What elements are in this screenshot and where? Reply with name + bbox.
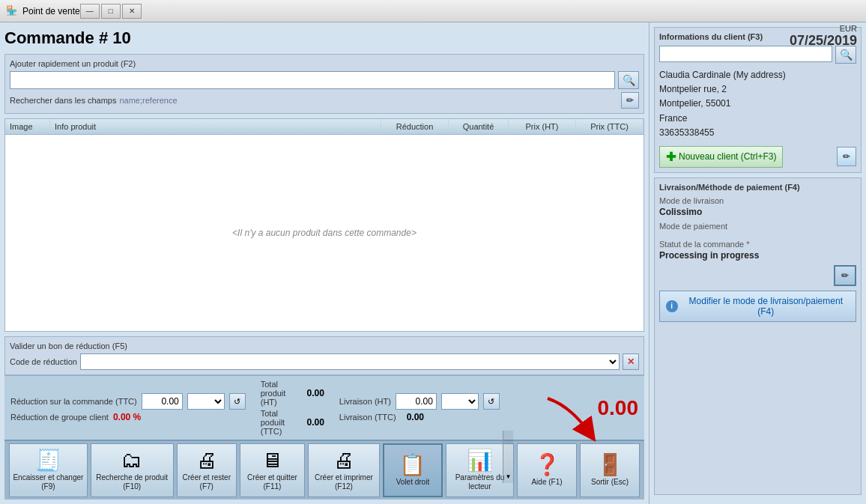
mode-livraison-value: Colissimo bbox=[659, 207, 856, 217]
totals-right: Livraison (HT) ↺ Livraison (TTC) 0.00 bbox=[339, 393, 500, 422]
new-client-label: Nouveau client (Ctrl+F3) bbox=[679, 151, 776, 162]
creer-quitter-icon: 🖥 bbox=[261, 450, 282, 471]
recherche-label: Recherche de produit (F10) bbox=[94, 473, 170, 491]
col-reduction-header: Réduction bbox=[381, 119, 449, 134]
search-hint-label: Rechercher dans les champs bbox=[10, 96, 116, 105]
recherche-icon: 🗂 bbox=[121, 450, 142, 471]
reduction-group-row: Réduction de groupe client 0.00 % bbox=[10, 412, 246, 422]
col-quantite-header: Quantité bbox=[449, 119, 509, 134]
creer-imprimer-button[interactable]: 🖨 Créer et imprimer (F12) bbox=[308, 443, 380, 497]
sortir-button[interactable]: 🚪 Sortir (Esc) bbox=[580, 443, 640, 497]
sortir-icon: 🚪 bbox=[597, 455, 623, 476]
pencil-icon bbox=[626, 95, 634, 106]
totals-left: Réduction sur la commande (TTC) ↺ Réduct… bbox=[10, 393, 246, 422]
creer-rester-label: Créer et rester (F7) bbox=[181, 473, 233, 491]
minimize-button[interactable]: — bbox=[80, 4, 100, 19]
search-hint-value: name;reference bbox=[119, 96, 177, 105]
volet-droit-button[interactable]: 📋 Volet droit bbox=[383, 443, 443, 497]
statut-label: Statut de la commande * bbox=[659, 240, 856, 249]
refresh-livraison-button[interactable]: ↺ bbox=[483, 393, 500, 410]
encaisser-label: Encaisser et changer (F9) bbox=[13, 473, 84, 491]
reduction-row: Réduction sur la commande (TTC) ↺ bbox=[10, 393, 246, 410]
close-button[interactable]: ✕ bbox=[122, 4, 142, 19]
edit-delivery-button[interactable] bbox=[834, 265, 856, 286]
col-prix-ht-header: Prix (HT) bbox=[509, 119, 576, 134]
delivery-section-title: Livraison/Méthode de paiement (F4) bbox=[659, 183, 856, 192]
code-reduction-label: Code de réduction bbox=[10, 357, 77, 366]
volet-droit-label: Volet droit bbox=[396, 478, 429, 487]
aide-icon: ❓ bbox=[534, 455, 560, 476]
creer-imprimer-icon: 🖨 bbox=[333, 450, 354, 471]
encaisser-icon: 🧾 bbox=[35, 450, 61, 471]
modify-delivery-button[interactable]: i Modifier le mode de livraison/paiement… bbox=[659, 291, 856, 322]
code-reduction-select[interactable] bbox=[80, 353, 620, 370]
split-arrow-icon[interactable]: ▼ bbox=[503, 431, 513, 483]
product-search-button[interactable]: 🔍 bbox=[618, 71, 639, 89]
new-client-button[interactable]: ✚ Nouveau client (Ctrl+F3) bbox=[659, 146, 783, 168]
client-phone: 33635338455 bbox=[659, 126, 856, 140]
creer-quitter-label: Créer et quitter (F11) bbox=[243, 473, 301, 491]
product-search-input[interactable] bbox=[10, 71, 615, 89]
modify-delivery-label: Modifier le mode de livraison/paiement (… bbox=[682, 296, 850, 317]
reduction-commande-select[interactable] bbox=[187, 393, 225, 410]
client-info: Claudia Cardinale (My address) Montpelie… bbox=[659, 68, 856, 140]
add-product-section: Ajouter rapidement un produit (F2) 🔍 Rec… bbox=[4, 54, 644, 114]
reduction-group-value: 0.00 % bbox=[113, 412, 141, 422]
encaisser-button[interactable]: 🧾 Encaisser et changer (F9) bbox=[9, 443, 88, 497]
product-table: Image Info produit Réduction Quantité Pr… bbox=[4, 118, 644, 332]
delivery-section: Livraison/Méthode de paiement (F4) Mode … bbox=[654, 177, 862, 495]
col-info-header: Info produit bbox=[50, 119, 381, 134]
pencil-delivery-icon bbox=[841, 270, 849, 281]
aide-button[interactable]: ❓ Aide (F1) bbox=[517, 443, 577, 497]
reduction-commande-input[interactable] bbox=[142, 393, 183, 410]
livraison-ttc-value: 0.00 bbox=[407, 412, 424, 422]
refresh-reduction-button[interactable]: ↺ bbox=[229, 393, 246, 410]
grand-total: 0.00 bbox=[563, 396, 638, 420]
total-ttc-row: Total poduilt (TTC) 0.00 bbox=[261, 409, 324, 436]
client-section: Informations du client (F3) 🔍 Claudia Ca… bbox=[654, 27, 862, 173]
creer-rester-button[interactable]: 🖨 Créer et rester (F7) bbox=[177, 443, 237, 497]
total-ttc-value: 0.00 bbox=[306, 417, 324, 428]
right-panel: Informations du client (F3) 🔍 Claudia Ca… bbox=[649, 22, 866, 504]
sortir-label: Sortir (Esc) bbox=[591, 478, 629, 487]
mode-livraison-label: Mode de livraison bbox=[659, 196, 856, 205]
table-empty-message: <Il n'y a aucun produit dans cette comma… bbox=[5, 135, 644, 331]
table-header: Image Info produit Réduction Quantité Pr… bbox=[5, 119, 644, 135]
pencil-client-icon bbox=[843, 151, 850, 162]
total-ht-row: Total produit (HT) 0.00 bbox=[261, 380, 324, 407]
reduction-section: Valider un bon de réduction (F5) Code de… bbox=[4, 336, 644, 375]
edit-search-fields-button[interactable] bbox=[621, 92, 639, 109]
livraison-ht-select[interactable] bbox=[441, 393, 479, 410]
parametres-lecteur-label: Paramètres du lecteur bbox=[449, 473, 510, 491]
creer-quitter-button[interactable]: 🖥 Créer et quitter (F11) bbox=[240, 443, 305, 497]
left-panel: Commande # 10 Ajouter rapidement un prod… bbox=[0, 22, 649, 504]
edit-client-button[interactable] bbox=[837, 147, 856, 166]
order-title: Commande # 10 bbox=[4, 28, 644, 48]
top-right-info: EUR 07/25/2019 bbox=[790, 24, 857, 49]
livraison-ht-input[interactable] bbox=[396, 393, 437, 410]
recherche-produit-button[interactable]: 🗂 Recherche de produit (F10) bbox=[91, 443, 174, 497]
livraison-ht-label: Livraison (HT) bbox=[339, 397, 391, 406]
maximize-button[interactable]: □ bbox=[101, 4, 121, 19]
clear-reduction-button[interactable]: ✕ bbox=[623, 353, 639, 370]
parametres-lecteur-button[interactable]: 📊 Paramètres du lecteur ▼ bbox=[446, 443, 514, 497]
volet-droit-icon: 📋 bbox=[399, 455, 426, 476]
client-search-icon: 🔍 bbox=[840, 49, 853, 61]
client-name: Claudia Cardinale (My address) bbox=[659, 68, 856, 82]
livraison-ht-row: Livraison (HT) ↺ bbox=[339, 393, 500, 410]
col-image-header: Image bbox=[5, 119, 50, 134]
totals-bar: Réduction sur la commande (TTC) ↺ Réduct… bbox=[4, 375, 644, 440]
total-ht-value: 0.00 bbox=[306, 388, 324, 398]
client-city: Montpelier, 55001 bbox=[659, 97, 856, 111]
total-ttc-label: Total poduilt (TTC) bbox=[261, 409, 297, 436]
app-icon: 🏪 bbox=[6, 5, 18, 17]
titlebar: 🏪 Point de vente — □ ✕ bbox=[0, 0, 866, 22]
livraison-ttc-row: Livraison (TTC) 0.00 bbox=[339, 412, 500, 422]
info-icon: i bbox=[666, 300, 678, 312]
action-bar: 🧾 Encaisser et changer (F9) 🗂 Recherche … bbox=[4, 440, 644, 500]
app-title: Point de vente bbox=[22, 6, 80, 16]
parametres-lecteur-icon: 📊 bbox=[467, 450, 493, 471]
client-country: France bbox=[659, 112, 856, 126]
reduction-group-label: Réduction de groupe client bbox=[10, 413, 109, 422]
currency-label: EUR bbox=[790, 24, 857, 33]
